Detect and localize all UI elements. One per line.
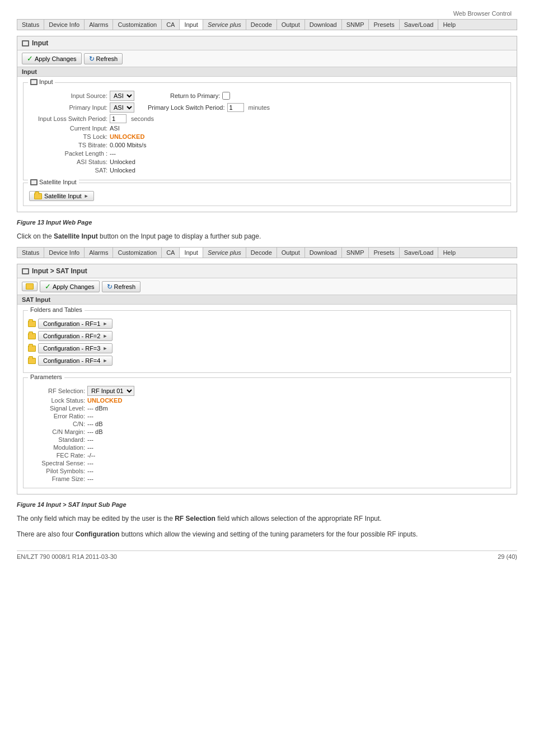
folder-icon-rf2	[28, 333, 36, 339]
back-button[interactable]	[22, 282, 38, 291]
folders-section-title: Folders and Tables	[28, 306, 85, 313]
nav-device-info[interactable]: Device Info	[44, 20, 85, 30]
lock-status-row: Lock Status: UNLOCKED	[29, 397, 505, 404]
cn-label: C/N:	[29, 421, 85, 427]
frame-size-row: Frame Size: ---	[29, 475, 505, 482]
ts-bitrate-value: 0.000 Mbits/s	[110, 142, 146, 148]
arrow-rf1-icon: ►	[102, 321, 107, 326]
nav-ca[interactable]: CA	[162, 20, 180, 30]
nav-help[interactable]: Help	[438, 20, 460, 30]
input-source-row: Input Source: ASI Return to Primary:	[29, 91, 505, 101]
nav2-help[interactable]: Help	[438, 248, 460, 258]
packet-length-value: ---	[110, 150, 116, 157]
folder-icon-rf1	[28, 321, 36, 327]
fig13-toolbar: ✓ Apply Changes ↻ Refresh	[17, 50, 517, 67]
parameters-content: RF Selection: RF Input 01 RF Input 02 RF…	[24, 378, 510, 488]
config-rf1-button[interactable]: Configuration - RF=1 ►	[38, 319, 113, 329]
sat-input-content: Folders and Tables Configuration - RF=1 …	[17, 305, 517, 494]
fig13-caption: Figure 13 Input Web Page	[17, 219, 517, 226]
asi-status-row: ASI Status: Unlocked	[29, 158, 505, 165]
page-header-label: Web Browser Control	[17, 6, 517, 19]
input-source-select[interactable]: ASI	[110, 91, 134, 101]
apply-changes-button-fig14[interactable]: ✓ Apply Changes	[40, 281, 100, 292]
nav2-alarms[interactable]: Alarms	[85, 248, 113, 258]
satellite-input-button[interactable]: Satellite Input ►	[29, 191, 94, 201]
input-loss-input[interactable]	[110, 114, 127, 123]
nav2-download[interactable]: Download	[305, 248, 342, 258]
input-loss-row: Input Loss Switch Period: seconds	[29, 114, 505, 123]
nav-alarms[interactable]: Alarms	[85, 20, 113, 30]
spectral-sense-value: ---	[87, 460, 93, 466]
ts-bitrate-label: TS Bitrate:	[29, 142, 107, 148]
apply-changes-button-fig13[interactable]: ✓ Apply Changes	[22, 53, 82, 64]
nav2-decode[interactable]: Decode	[246, 248, 277, 258]
cn-row: C/N: --- dB	[29, 421, 505, 427]
modulation-value: ---	[87, 444, 93, 451]
nav-saveload[interactable]: Save/Load	[400, 20, 439, 30]
nav-status[interactable]: Status	[17, 20, 44, 30]
modulation-label: Modulation:	[29, 444, 85, 451]
input-group-box: Input Input Source: ASI Return to Primar…	[23, 82, 511, 180]
primary-lock-period-input[interactable]	[227, 103, 244, 112]
config-rf2-button[interactable]: Configuration - RF=2 ►	[38, 331, 113, 341]
nav2-snmp[interactable]: SNMP	[342, 248, 369, 258]
packet-length-row: Packet Length : ---	[29, 150, 505, 157]
nav2-presets[interactable]: Presets	[369, 248, 399, 258]
primary-input-select[interactable]: ASI	[110, 102, 134, 113]
refresh-icon-fig14: ↻	[107, 283, 113, 291]
nav-bar-fig13: Status Device Info Alarms Customization …	[17, 19, 517, 30]
pilot-symbols-row: Pilot Symbols: ---	[29, 468, 505, 474]
body-paragraph-3: There are also four Configuration button…	[17, 529, 517, 539]
folder-icon-rf3	[28, 346, 36, 352]
ts-lock-value: UNLOCKED	[110, 133, 144, 140]
nav2-device-info[interactable]: Device Info	[44, 248, 85, 258]
refresh-button-fig13[interactable]: ↻ Refresh	[84, 53, 123, 64]
input-group-title: Input	[28, 78, 55, 85]
monitor-icon-fig14	[22, 268, 29, 274]
sat-input-section-header: Input > SAT Input	[17, 264, 517, 278]
nav2-ca[interactable]: CA	[162, 248, 180, 258]
frame-size-value: ---	[87, 475, 93, 482]
satellite-input-content: Satellite Input ►	[24, 183, 510, 206]
lock-status-label: Lock Status:	[29, 397, 85, 404]
standard-label: Standard:	[29, 436, 85, 443]
nav-snmp[interactable]: SNMP	[342, 20, 369, 30]
footer-left: EN/LZT 790 0008/1 R1A 2011-03-30	[17, 553, 117, 560]
primary-input-label: Primary Input:	[29, 104, 107, 111]
back-icon	[26, 283, 34, 290]
cn-margin-label: C/N Margin:	[29, 428, 85, 435]
nav-service-plus[interactable]: Service plus	[203, 20, 246, 30]
nav-presets[interactable]: Presets	[369, 20, 399, 30]
current-input-label: Current Input:	[29, 125, 107, 132]
nav2-input[interactable]: Input	[180, 248, 203, 258]
standard-row: Standard: ---	[29, 436, 505, 443]
nav2-service-plus[interactable]: Service plus	[203, 248, 246, 258]
nav2-status[interactable]: Status	[17, 248, 44, 258]
nav-download[interactable]: Download	[305, 20, 342, 30]
config-rf4-button[interactable]: Configuration - RF=4 ►	[38, 356, 113, 366]
rf-selection-label: RF Selection:	[29, 388, 85, 394]
signal-level-label: Signal Level:	[29, 405, 85, 412]
fig13-caption-num: Figure 13 Input Web Page	[17, 219, 92, 226]
nav2-customization[interactable]: Customization	[113, 248, 162, 258]
return-primary-checkbox[interactable]	[222, 92, 230, 100]
refresh-button-fig14[interactable]: ↻ Refresh	[102, 281, 141, 292]
fec-rate-value: -/--	[87, 452, 95, 459]
ts-lock-row: TS Lock: UNLOCKED	[29, 133, 505, 140]
rf-selection-select[interactable]: RF Input 01 RF Input 02 RF Input 03 RF I…	[87, 386, 134, 396]
nav2-output[interactable]: Output	[277, 248, 305, 258]
nav-input[interactable]: Input	[180, 20, 203, 30]
nav-output[interactable]: Output	[277, 20, 305, 30]
folders-content: Configuration - RF=1 ► Configuration - R…	[24, 311, 510, 372]
spectral-sense-row: Spectral Sense: ---	[29, 460, 505, 466]
spectral-sense-label: Spectral Sense:	[29, 460, 85, 466]
satellite-input-group: Satellite Input Satellite Input ►	[23, 183, 511, 206]
input-content: Input Input Source: ASI Return to Primar…	[17, 77, 517, 212]
arrow-right-icon: ►	[84, 193, 89, 199]
config-rf3-button[interactable]: Configuration - RF=3 ►	[38, 343, 113, 353]
nav2-saveload[interactable]: Save/Load	[400, 248, 439, 258]
check-icon: ✓	[27, 54, 33, 63]
nav-customization[interactable]: Customization	[113, 20, 162, 30]
current-input-row: Current Input: ASI	[29, 125, 505, 132]
nav-decode[interactable]: Decode	[246, 20, 277, 30]
